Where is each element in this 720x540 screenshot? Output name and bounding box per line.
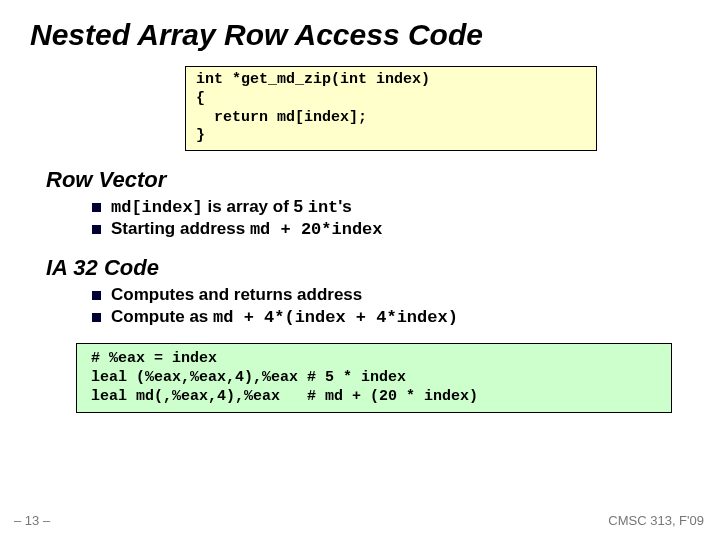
list-item: Compute as md + 4*(index + 4*index) <box>92 307 720 327</box>
text: Starting address <box>111 219 250 238</box>
list-item: Starting address md + 20*index <box>92 219 720 239</box>
bullet-icon <box>92 291 101 300</box>
code-inline: md + 20*index <box>250 220 383 239</box>
text: Compute as <box>111 307 213 326</box>
page-number: – 13 – <box>14 513 50 528</box>
row-vector-bullets: md[index] is array of 5 int's Starting a… <box>92 197 720 239</box>
ia32-bullets: Computes and returns address Compute as … <box>92 285 720 327</box>
bullet-text: Starting address md + 20*index <box>111 219 383 239</box>
list-item: md[index] is array of 5 int's <box>92 197 720 217</box>
text: is array of 5 <box>203 197 308 216</box>
text: 's <box>338 197 352 216</box>
bullet-icon <box>92 203 101 212</box>
bullet-text: Compute as md + 4*(index + 4*index) <box>111 307 458 327</box>
course-label: CMSC 313, F'09 <box>608 513 704 528</box>
section-row-vector-heading: Row Vector <box>46 167 720 193</box>
section-ia32-heading: IA 32 Code <box>46 255 720 281</box>
code-inline: md[index] <box>111 198 203 217</box>
bullet-icon <box>92 225 101 234</box>
code-block-asm: # %eax = index leal (%eax,%eax,4),%eax #… <box>76 343 672 413</box>
bullet-icon <box>92 313 101 322</box>
code-inline: int <box>308 198 339 217</box>
code-block-c: int *get_md_zip(int index) { return md[i… <box>185 66 597 151</box>
slide-title: Nested Array Row Access Code <box>0 0 720 52</box>
bullet-text: Computes and returns address <box>111 285 362 305</box>
code-inline: md + 4*(index + 4*index) <box>213 308 458 327</box>
list-item: Computes and returns address <box>92 285 720 305</box>
bullet-text: md[index] is array of 5 int's <box>111 197 352 217</box>
